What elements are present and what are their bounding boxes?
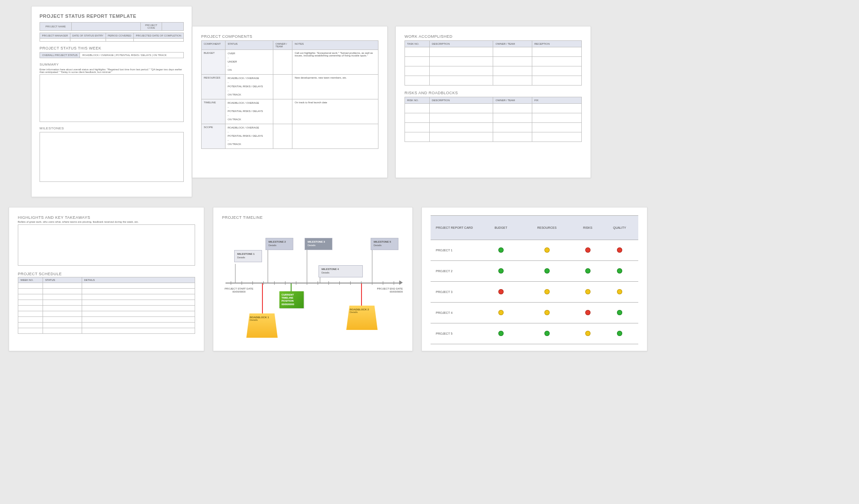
row-label: SCOPE [202, 124, 226, 148]
cell [43, 328, 82, 334]
cell [18, 289, 43, 294]
status-cell [601, 303, 638, 323]
cell [429, 57, 493, 66]
milestone-detail: Details [374, 244, 381, 247]
th: DESCRIPTION [429, 41, 493, 47]
table-row [405, 66, 582, 76]
work-table: TASK NO. DESCRIPTION OWNER / TEAM RECEPT… [405, 40, 582, 86]
section-highlights: HIGHLIGHTS AND KEY TAKEAWAYS [18, 215, 195, 220]
cell [493, 57, 532, 66]
end-label: PROJECT END DATE00/00/0000 [377, 287, 403, 293]
milestone-detail: Details [237, 256, 245, 259]
status-dot-icon [585, 289, 590, 294]
milestone-title: MILESTONE 3 [308, 240, 325, 243]
milestone-box: MILESTONE 4 Details [318, 265, 363, 277]
project-name-table: PROJECT NAME PROJECT CODE [40, 22, 184, 31]
cell [532, 57, 582, 66]
owner-cell [273, 74, 292, 99]
status-cell [483, 323, 519, 344]
status-dot-icon [498, 268, 504, 273]
cell [532, 104, 582, 113]
th: RISKS [574, 216, 600, 240]
status-bar-options: ROADBLOCK / OVERAGE | POTENTIAL RISKS / … [80, 53, 169, 58]
cell [429, 76, 493, 86]
th: OWNER / TEAM [493, 41, 532, 47]
th: OWNER / TEAM [273, 41, 292, 50]
cell [82, 306, 195, 311]
cell [493, 113, 532, 123]
section-status-week: PROJECT STATUS THIS WEEK [40, 46, 184, 50]
milestone-title: MILESTONE 5 [374, 240, 391, 243]
owner-cell [273, 50, 292, 75]
milestone-title: MILESTONE 1 [237, 253, 255, 255]
cell [532, 47, 582, 57]
table-row [405, 113, 582, 123]
page-project-components: PROJECT COMPONENTS COMPONENT STATUS OWNE… [192, 26, 388, 178]
cell [532, 66, 582, 76]
cell [82, 328, 195, 334]
status-dot-icon [498, 331, 504, 336]
section-title: PROJECT COMPONENTS [201, 34, 378, 39]
table-row [405, 123, 582, 132]
milestone-box: MILESTONE 3 Details [305, 238, 332, 250]
milestone-box: MILESTONE 5 Details [371, 238, 398, 250]
page-report-card: PROJECT REPORT CARD BUDGET RESOURCES RIS… [421, 207, 647, 351]
status-cell [519, 303, 575, 323]
table-row [405, 104, 582, 113]
notes-cell: On track to final launch date [292, 99, 378, 124]
section-title: PROJECT TIMELINE [222, 215, 404, 220]
th: TASK NO. [405, 41, 430, 47]
table-row [405, 47, 582, 57]
th: OWNER / TEAM [493, 97, 532, 104]
status-cell [519, 282, 575, 303]
milestone-detail: Details [308, 244, 315, 247]
table-row: TIMELINEROADBLOCK / OVERAGE-POTENTIAL RI… [202, 99, 378, 124]
status-cell: OVER-UNDER-ON [226, 50, 273, 75]
status-cell: ROADBLOCK / OVERAGE-POTENTIAL RISKS / DE… [226, 99, 273, 124]
milestone-box: MILESTONE 1 Details [234, 250, 262, 262]
section-milestones: MILESTONES [40, 126, 184, 130]
row-label: PROJECT 1 [431, 240, 483, 261]
status-dot-icon [544, 268, 550, 273]
page-work-accomplished: WORK ACCOMPLISHED TASK NO. DESCRIPTION O… [395, 26, 591, 178]
cell [405, 47, 430, 57]
status-cell [574, 323, 600, 344]
hdr-completion: PROJECTED DATE OF COMPLETION [133, 33, 183, 39]
cell [429, 113, 493, 123]
cell [493, 104, 532, 113]
status-cell [601, 261, 638, 282]
cell [405, 132, 430, 142]
status-dot-icon [585, 310, 590, 315]
report-card-table: PROJECT REPORT CARD BUDGET RESOURCES RIS… [431, 215, 638, 344]
table-row: PROJECT 4 [431, 303, 638, 323]
cell [43, 289, 82, 294]
arrow-icon [399, 280, 403, 285]
section-risks: RISKS AND ROADBLOCKS [405, 91, 582, 95]
cell [493, 66, 532, 76]
page-highlights: HIGHLIGHTS AND KEY TAKEAWAYS Bullets of … [9, 207, 204, 351]
status-dot-icon [498, 247, 504, 253]
status-cell [483, 282, 519, 303]
current-stem [291, 283, 292, 291]
label-project-code: PROJECT CODE [140, 23, 162, 31]
status-cell: ROADBLOCK / OVERAGE-POTENTIAL RISKS / DE… [226, 124, 273, 148]
cell [429, 104, 493, 113]
status-dot-icon [617, 268, 622, 273]
th: NOTES [292, 41, 378, 50]
table-row: RESOURCESROADBLOCK / OVERAGE-POTENTIAL R… [202, 74, 378, 99]
field [133, 39, 183, 42]
status-cell [519, 240, 575, 261]
cell [532, 113, 582, 123]
timeline-diagram: MILESTONE 1 Details MILESTONE 2 Details … [222, 220, 404, 341]
status-bar: OVERALL PROJECT STATUS ROADBLOCK / OVERA… [40, 52, 184, 58]
cell [43, 283, 82, 289]
th: STATUS [226, 41, 273, 50]
status-dot-icon [617, 289, 622, 294]
status-cell [601, 282, 638, 303]
cell [18, 323, 43, 328]
status-bar-lead: OVERALL PROJECT STATUS [40, 53, 80, 58]
field [162, 23, 184, 31]
table-row [18, 317, 195, 323]
table-row [405, 132, 582, 142]
cell [18, 283, 43, 289]
